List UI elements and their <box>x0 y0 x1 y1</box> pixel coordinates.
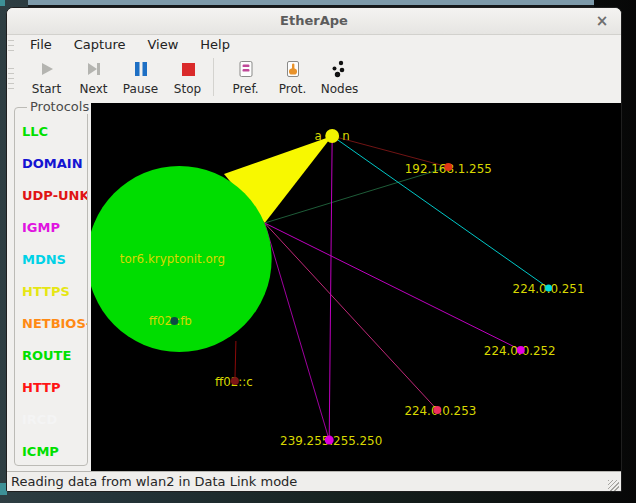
titlebar[interactable]: EtherApe × <box>7 8 621 35</box>
node-label-peer-left[interactable]: a <box>315 129 322 143</box>
resize-grip[interactable] <box>608 480 619 491</box>
pause-label: Pause <box>123 82 158 96</box>
menu-view[interactable]: View <box>140 36 185 53</box>
stop-label: Stop <box>174 82 201 96</box>
protocol-icmp: ICMP <box>22 436 87 468</box>
protocol-mdns: MDNS <box>22 244 87 276</box>
main-content: Protocols LLC DOMAIN UDP-UNKNOWN IGMP MD… <box>7 103 621 471</box>
node-dot-ff02fb[interactable] <box>170 317 178 325</box>
menu-capture[interactable]: Capture <box>67 36 133 53</box>
stop-button[interactable]: Stop <box>164 54 211 101</box>
protocol-http: HTTP <box>22 372 87 404</box>
protocols-list: LLC DOMAIN UDP-UNKNOWN IGMP MDNS HTTPS N… <box>15 108 87 468</box>
preferences-label: Pref. <box>232 82 258 96</box>
menu-file[interactable]: File <box>23 36 59 53</box>
protocols-sidebar: Protocols LLC DOMAIN UDP-UNKNOWN IGMP MD… <box>7 103 91 471</box>
toolbar-grip-handle[interactable] <box>8 66 14 90</box>
nodes-icon <box>330 59 350 79</box>
skip-next-icon <box>84 59 104 79</box>
protocols-frame: Protocols LLC DOMAIN UDP-UNKNOWN IGMP MD… <box>14 107 88 466</box>
pause-button[interactable]: Pause <box>117 54 164 101</box>
link-hub-239 <box>265 223 330 440</box>
desktop-corner-accent <box>0 0 5 6</box>
protocols-button[interactable]: Prot. <box>269 54 316 101</box>
link-peer-239 <box>329 136 332 440</box>
toolbar: Start Next Pause Stop Pref. Prot. Nodes <box>7 54 621 103</box>
nodes-label: Nodes <box>321 82 359 96</box>
node-label-tor6[interactable]: tor6.kryptonit.org <box>120 252 225 266</box>
protocol-ircd: IRCD <box>22 404 87 436</box>
protocol-llc: LLC <box>22 116 87 148</box>
node-label-ff02fb[interactable]: ff02::fb <box>149 314 192 328</box>
start-button[interactable]: Start <box>23 54 70 101</box>
node-label-peer-right[interactable]: n <box>342 129 350 143</box>
pause-icon <box>131 59 151 79</box>
toolbar-separator <box>213 58 214 96</box>
pointing-hand-icon <box>283 59 303 79</box>
start-label: Start <box>32 82 61 96</box>
preferences-button[interactable]: Pref. <box>222 54 269 101</box>
protocol-route: ROUTE <box>22 340 87 372</box>
etherape-window: EtherApe × File Capture View Help Start … <box>6 7 622 492</box>
protocol-https: HTTPS <box>22 276 87 308</box>
menubar-grip-handle[interactable] <box>8 38 14 52</box>
link-peer-251 <box>332 136 548 288</box>
node-dot-224-0-0-253[interactable] <box>433 406 441 414</box>
node-dot-192-168-1-255[interactable] <box>444 163 452 171</box>
protocol-domain: DOMAIN <box>22 148 87 180</box>
node-dot-224-0-0-252[interactable] <box>517 346 525 354</box>
status-text: Reading data from wlan2 in Data Link mod… <box>7 472 621 489</box>
preferences-icon <box>236 59 256 79</box>
protocol-igmp: IGMP <box>22 212 87 244</box>
menu-help[interactable]: Help <box>193 36 237 53</box>
node-dot-ff02c[interactable] <box>231 377 239 385</box>
play-icon <box>37 59 57 79</box>
node-dot-239-255-255-250[interactable] <box>325 436 334 445</box>
stop-icon <box>178 59 198 79</box>
node-dot-224-0-0-251[interactable] <box>545 285 552 292</box>
menubar: File Capture View Help <box>7 35 621 54</box>
protocols-label: Prot. <box>279 82 307 96</box>
protocol-udp-unknown: UDP-UNKNOWN <box>22 180 87 212</box>
network-graph-canvas[interactable]: tor6.kryptonit.org ff02::fb a n 192.168.… <box>91 103 621 471</box>
node-dot-peer[interactable] <box>325 129 339 143</box>
link-hub-253 <box>265 223 438 410</box>
nodes-button[interactable]: Nodes <box>316 54 363 101</box>
protocols-title: Protocols <box>27 99 92 114</box>
desktop-top-strip <box>28 0 594 7</box>
protocol-netbios: NETBIOS-NS <box>22 308 87 340</box>
statusbar: Reading data from wlan2 in Data Link mod… <box>7 471 621 492</box>
next-button[interactable]: Next <box>70 54 117 101</box>
next-label: Next <box>80 82 108 96</box>
window-title: EtherApe <box>7 8 621 34</box>
close-icon[interactable]: × <box>593 12 611 30</box>
